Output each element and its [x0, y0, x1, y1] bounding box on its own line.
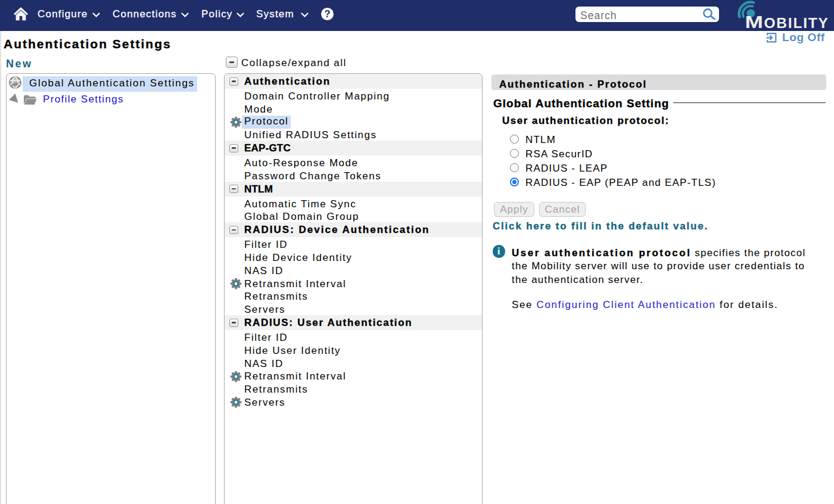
svg-text:OBILITY: OBILITY: [764, 15, 829, 31]
svg-text:M: M: [745, 12, 763, 31]
